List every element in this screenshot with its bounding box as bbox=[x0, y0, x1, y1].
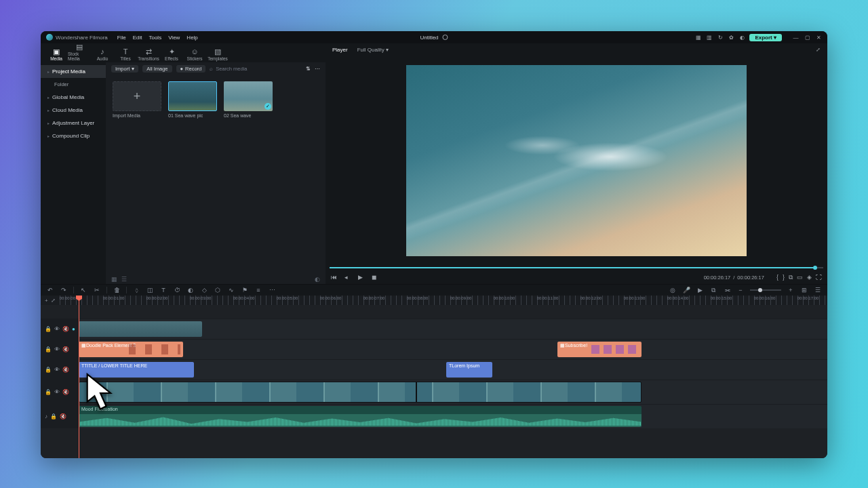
sort-icon[interactable]: ⇅ bbox=[306, 66, 311, 72]
tl-speed-icon[interactable]: ⏱ bbox=[173, 287, 181, 293]
playhead[interactable] bbox=[79, 296, 79, 458]
tab-effects[interactable]: ✦Effects bbox=[160, 47, 183, 62]
tab-transitions[interactable]: ⇄Transitions bbox=[137, 47, 160, 62]
tab-audio[interactable]: ♪Audio bbox=[91, 47, 114, 62]
lock-icon[interactable]: 🔒 bbox=[45, 346, 52, 352]
zoom-thumb-icon[interactable]: ◐ bbox=[315, 276, 320, 283]
preview-frame[interactable] bbox=[406, 65, 747, 256]
account-icon[interactable]: ◐ bbox=[738, 34, 745, 41]
lock-icon[interactable]: 🔒 bbox=[45, 326, 52, 332]
fullscreen-icon[interactable]: ⛶ bbox=[816, 274, 822, 281]
menu-help[interactable]: Help bbox=[186, 35, 197, 41]
eye-icon[interactable]: 👁 bbox=[54, 367, 60, 373]
tab-media[interactable]: ▣Media bbox=[45, 47, 68, 62]
mark-out-icon[interactable]: } bbox=[783, 274, 785, 281]
tl-crop-icon[interactable]: ◫ bbox=[146, 287, 154, 293]
sidebar-item-adjustment-layer[interactable]: ▸Adjustment Layer bbox=[41, 117, 106, 129]
tl-snap-icon[interactable]: ⧉ bbox=[709, 287, 717, 294]
tab-stock-media[interactable]: ▤Stock Media bbox=[68, 42, 91, 62]
menu-view[interactable]: View bbox=[168, 35, 180, 41]
tl-mixer-icon[interactable]: ◎ bbox=[669, 287, 677, 293]
scrub-knob[interactable] bbox=[813, 266, 817, 270]
grid-view-icon[interactable]: ▦ bbox=[111, 276, 117, 283]
quality-icon[interactable]: ◈ bbox=[807, 274, 812, 281]
timeline-ruler[interactable]: 00:00:00:0000:00:01:0000:00:02:0000:00:0… bbox=[60, 296, 827, 305]
media-thumb[interactable] bbox=[168, 81, 217, 111]
history-icon[interactable]: ↻ bbox=[717, 34, 724, 41]
eye-icon[interactable]: 👁 bbox=[54, 346, 60, 352]
more-icon[interactable]: ⋯ bbox=[315, 66, 320, 72]
menu-edit[interactable]: Edit bbox=[133, 35, 142, 41]
mute-icon[interactable]: 🔇 bbox=[62, 326, 69, 332]
tl-redo-icon[interactable]: ↷ bbox=[60, 287, 68, 293]
clip-video-main[interactable] bbox=[79, 382, 642, 403]
tl-settings-icon[interactable]: ☰ bbox=[814, 287, 822, 293]
tab-titles[interactable]: TTitles bbox=[114, 47, 137, 62]
tl-voiceover-icon[interactable]: 🎤 bbox=[682, 287, 690, 293]
tl-zoom-in-icon[interactable]: + bbox=[787, 287, 795, 293]
sidebar-item-global-media[interactable]: ▸Global Media bbox=[41, 91, 106, 104]
cloud-icon[interactable] bbox=[443, 35, 448, 40]
media-thumb[interactable]: ✓ bbox=[224, 81, 273, 111]
tl-expand-icon[interactable]: ⤢ bbox=[51, 298, 56, 304]
clip-audio-mood[interactable]: Mood Fluctuation bbox=[79, 406, 642, 427]
sidebar-item-compound-clip[interactable]: ▸Compound Clip bbox=[41, 129, 106, 142]
lock-icon[interactable]: 🔒 bbox=[45, 389, 52, 395]
tl-keyframe-icon[interactable]: ◇ bbox=[200, 287, 208, 293]
media-tile-import[interactable]: Import Media bbox=[113, 81, 161, 118]
export-button[interactable]: Export ▾ bbox=[749, 34, 782, 41]
tl-undo-icon[interactable]: ↶ bbox=[46, 287, 54, 293]
tl-fit-icon[interactable]: ⊞ bbox=[800, 287, 808, 293]
tl-marker-icon[interactable]: ⚑ bbox=[241, 287, 249, 293]
minimize-icon[interactable]: — bbox=[793, 35, 799, 41]
player-tab[interactable]: Player bbox=[332, 47, 348, 53]
zoom-slider[interactable] bbox=[750, 289, 781, 291]
menu-tools[interactable]: Tools bbox=[149, 35, 161, 41]
eye-icon[interactable]: 👁 bbox=[54, 389, 60, 395]
record-button[interactable]: ● Record bbox=[176, 65, 206, 73]
tl-cursor-icon[interactable]: ↖ bbox=[79, 287, 87, 293]
tl-delete-icon[interactable]: 🗑 bbox=[113, 287, 121, 293]
tl-mask-icon[interactable]: ⬡ bbox=[214, 287, 222, 293]
list-view-icon[interactable]: ☰ bbox=[121, 276, 127, 283]
tl-more-icon[interactable]: ⋯ bbox=[268, 287, 276, 293]
ratio-icon[interactable]: ▭ bbox=[797, 274, 803, 281]
media-tile-sea1[interactable]: 01 Sea wave pic bbox=[168, 81, 217, 118]
tl-color-icon[interactable]: ◐ bbox=[186, 287, 195, 293]
layout-icon[interactable]: ▦ bbox=[695, 34, 702, 41]
menu-file[interactable]: File bbox=[117, 35, 126, 41]
mute-icon[interactable]: 🔇 bbox=[62, 367, 69, 373]
mute-icon[interactable]: 🔇 bbox=[62, 346, 69, 352]
close-icon[interactable]: ✕ bbox=[816, 35, 822, 41]
prev-frame-icon[interactable]: ⏮ bbox=[331, 274, 338, 281]
tab-stickers[interactable]: ☺Stickers bbox=[183, 47, 206, 62]
stop-icon[interactable]: ◼ bbox=[372, 274, 378, 281]
tl-add-track-icon[interactable]: + bbox=[45, 298, 48, 304]
mark-in-icon[interactable]: { bbox=[776, 274, 778, 281]
tl-render-icon[interactable]: ▶ bbox=[696, 287, 704, 293]
tl-track-icon[interactable]: ≡ bbox=[254, 287, 262, 293]
tl-blade-icon[interactable]: ✂ bbox=[93, 287, 101, 293]
tl-split-icon[interactable]: ⎀ bbox=[132, 287, 140, 293]
import-button[interactable]: Import ▾ bbox=[111, 65, 138, 73]
track-dot-icon[interactable]: ● bbox=[72, 326, 75, 332]
clip-title-lower[interactable]: T TITLE / LOWER TITLE HERE bbox=[79, 362, 194, 378]
media-tile-sea2[interactable]: ✓ 02 Sea wave bbox=[224, 81, 273, 118]
sidebar-item-project-media[interactable]: ▸Project Media bbox=[41, 65, 106, 78]
clip-subscribe[interactable]: ▦ Subscribe! bbox=[557, 342, 642, 357]
settings-icon[interactable]: ✿ bbox=[728, 34, 734, 41]
clip-title-lorem[interactable]: T Lorem Ipsum bbox=[446, 362, 492, 378]
sidebar-item-cloud-media[interactable]: ▸Cloud Media bbox=[41, 104, 106, 117]
snapshot-icon[interactable]: ⧉ bbox=[789, 274, 793, 281]
clip-doodle[interactable]: ▦ Doodle Pack Element 3 bbox=[79, 342, 183, 357]
clip-adjustment[interactable] bbox=[79, 321, 202, 337]
lock-icon[interactable]: 🔒 bbox=[45, 367, 52, 373]
add-media-thumb[interactable] bbox=[113, 81, 161, 111]
tl-text-icon[interactable]: T bbox=[159, 287, 167, 293]
popout-icon[interactable]: ⤢ bbox=[816, 47, 821, 53]
mute-icon[interactable]: 🔇 bbox=[60, 413, 66, 420]
tl-audio-icon[interactable]: ∿ bbox=[227, 287, 235, 293]
tl-zoom-out-icon[interactable]: − bbox=[736, 287, 745, 293]
eye-icon[interactable]: 👁 bbox=[54, 326, 60, 332]
lock-icon[interactable]: 🔒 bbox=[50, 413, 57, 420]
